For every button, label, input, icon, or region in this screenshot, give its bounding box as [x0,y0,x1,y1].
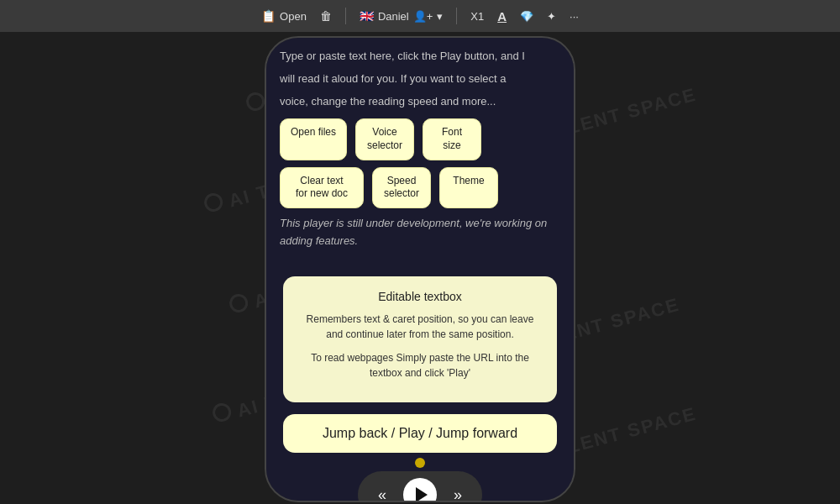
separator-2 [456,8,457,24]
phone-content: Type or paste text here, click the Play … [266,38,574,501]
user-label: Daniel [378,10,409,23]
tooltip-open-files[interactable]: Open files [280,118,347,160]
open-label: Open [280,10,307,23]
sun-icon: ✦ [547,10,556,23]
tooltip-clear-text[interactable]: Clear textfor new doc [280,167,364,208]
forward-icon: » [454,486,462,501]
font-icon: A [497,9,507,24]
rewind-button[interactable]: « [375,483,390,501]
user-icon: 👤+ [413,10,433,23]
tooltip-speed-selector[interactable]: Speedselector [372,167,431,208]
editable-card-title: Editable textbox [297,290,543,303]
more-button[interactable]: ··· [570,10,579,23]
clipboard-icon: 📋 [261,9,276,23]
main-text-area: Type or paste text here, click the Play … [266,38,574,125]
trash-button[interactable]: 🗑 [320,9,332,23]
play-icon [416,487,428,501]
font-button[interactable]: A [497,9,507,24]
multiplier-button[interactable]: X1 [470,10,484,23]
tooltips-row2: Clear textfor new doc Speedselector Them… [266,167,574,208]
editable-card-desc2: To read webpages Simply paste the URL in… [297,350,543,381]
open-button[interactable]: 📋 Open [261,9,307,23]
editable-card-desc1: Remembers text & caret position, so you … [297,312,543,342]
tooltips-row1: Open files Voiceselector Fontsize [266,118,574,160]
user-button[interactable]: 🇬🇧 Daniel 👤+ ▾ [360,9,443,23]
multiplier-label: X1 [470,10,484,23]
ellipsis-icon: ··· [570,10,579,23]
rewind-icon: « [378,486,386,501]
separator-1 [345,8,346,24]
tooltip-theme[interactable]: Theme [439,167,498,208]
playback-label-text: Jump back / Play / Jump forward [323,426,517,440]
forward-button[interactable]: » [450,483,465,501]
dev-notice-area: This player is still under development, … [266,208,574,265]
theme-button[interactable]: ✦ [547,10,556,23]
app-container: AI TALENT SPACE AI TALENT SPACE AI TALEN… [0,0,840,504]
phone-frame: Type or paste text here, click the Play … [265,36,575,502]
flag-icon: 🇬🇧 [360,9,374,23]
dev-notice-text: This player is still under development, … [280,215,560,250]
diamond-icon: 💎 [520,10,533,23]
progress-container [266,458,574,468]
trash-icon: 🗑 [320,9,332,23]
tooltip-font-size[interactable]: Fontsize [423,118,481,160]
progress-dot [415,458,425,468]
tooltip-voice-selector[interactable]: Voiceselector [355,118,414,160]
chevron-down-icon: ▾ [437,10,443,23]
playback-label-box: Jump back / Play / Jump forward [283,414,557,453]
controls-bg: « » [358,471,482,501]
main-text-line2: will read it aloud for you. If you want … [280,71,560,88]
playback-controls: « » [266,471,574,501]
diamond-button[interactable]: 💎 [520,10,533,23]
editable-card[interactable]: Editable textbox Remembers text & caret … [283,276,557,402]
main-text-line3: voice, change the reading speed and more… [280,93,560,111]
main-text-line1: Type or paste text here, click the Play … [280,48,560,66]
title-bar: 📋 Open 🗑 🇬🇧 Daniel 👤+ ▾ X1 A 💎 ✦ ··· [0,0,840,32]
play-button[interactable] [403,478,437,501]
